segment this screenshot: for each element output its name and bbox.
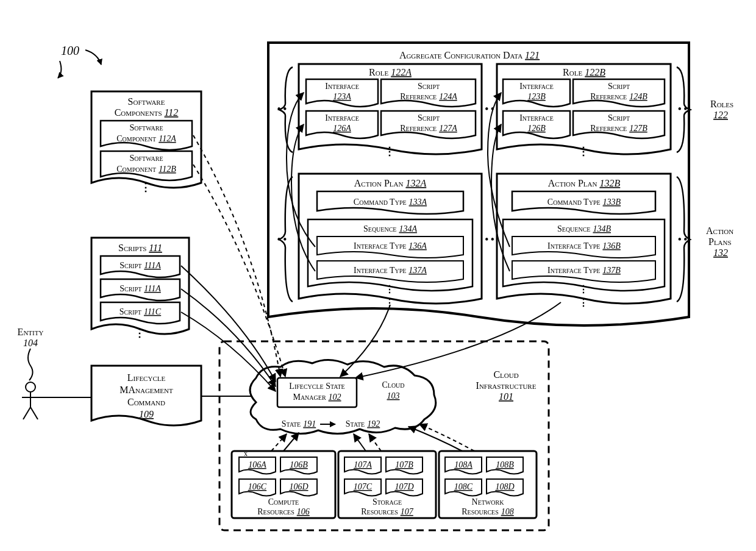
svg-text:Infrastructure: Infrastructure	[476, 380, 537, 391]
svg-text:Action: Action	[706, 226, 733, 236]
svg-text:Software: Software	[129, 123, 163, 132]
svg-text:Reference 127A: Reference 127A	[400, 123, 457, 133]
svg-text:100: 100	[61, 44, 79, 57]
svg-text:Component 112B: Component 112B	[116, 163, 176, 174]
svg-text:126B: 126B	[527, 124, 546, 133]
svg-text:Cloud: Cloud	[382, 380, 404, 389]
svg-text:Interface: Interface	[325, 113, 359, 123]
svg-text:106D: 106D	[289, 482, 308, 491]
svg-text:⋮: ⋮	[384, 145, 395, 157]
svg-text:126A: 126A	[333, 124, 351, 133]
svg-text:Reference 124B: Reference 124B	[590, 91, 647, 101]
svg-text:122: 122	[713, 110, 728, 120]
svg-text:Compute: Compute	[268, 497, 299, 507]
svg-text:Command: Command	[127, 397, 165, 407]
svg-text:⋮: ⋮	[140, 181, 151, 193]
svg-text:132: 132	[713, 247, 728, 258]
svg-text:MAnagement: MAnagement	[119, 385, 173, 395]
svg-text:Role  122B: Role 122B	[563, 67, 605, 77]
svg-text:Interface Type 137A: Interface Type 137A	[354, 265, 427, 275]
svg-text:Roles: Roles	[710, 99, 733, 109]
svg-text:106B: 106B	[290, 460, 308, 469]
action-plan-block: Action Plan 132A Command Type 133A Seque…	[299, 174, 482, 308]
svg-text:Script 111C: Script 111C	[119, 306, 162, 316]
svg-text:Script 111A: Script 111A	[119, 283, 161, 293]
svg-text:Lifecycle State: Lifecycle State	[289, 382, 344, 391]
svg-text:• •: • •	[277, 234, 287, 244]
svg-text:Plans: Plans	[708, 236, 732, 247]
svg-text:101: 101	[499, 391, 513, 402]
figure-number: 100	[58, 44, 101, 78]
entity-icon: Entity 104	[18, 327, 44, 419]
svg-text:123A: 123A	[333, 92, 351, 101]
svg-text:108C: 108C	[454, 482, 473, 491]
svg-text:Script 111A: Script 111A	[119, 260, 161, 270]
svg-text:⋮: ⋮	[579, 284, 588, 294]
compute-resources-box: 106A x 106B 106C 106D Compute Resources …	[232, 449, 335, 518]
svg-text:Software: Software	[128, 96, 165, 107]
svg-text:106C: 106C	[248, 482, 267, 491]
svg-text:Cloud: Cloud	[493, 369, 518, 380]
svg-text:108A: 108A	[454, 460, 472, 469]
svg-text:123B: 123B	[527, 92, 546, 101]
svg-text:108D: 108D	[495, 482, 514, 491]
svg-text:Interface Type 137B: Interface Type 137B	[547, 265, 621, 275]
svg-text:Components 112: Components 112	[115, 107, 179, 118]
svg-text:107D: 107D	[394, 482, 413, 491]
svg-text:Manager  102: Manager 102	[293, 391, 341, 402]
svg-text:Aggregate Configuration Data  : Aggregate Configuration Data 121	[399, 50, 540, 60]
svg-text:Interface: Interface	[325, 82, 359, 91]
svg-text:108B: 108B	[496, 460, 514, 469]
svg-text:Command Type 133A: Command Type 133A	[354, 196, 427, 207]
svg-text:Scripts 111: Scripts 111	[118, 243, 162, 253]
svg-text:Interface Type 136A: Interface Type 136A	[354, 240, 427, 251]
svg-text:Interface Type 136B: Interface Type 136B	[547, 240, 621, 251]
svg-text:107A: 107A	[354, 460, 372, 469]
svg-text:Component 112A: Component 112A	[116, 133, 176, 143]
svg-text:Network: Network	[472, 497, 505, 507]
svg-text:103: 103	[387, 391, 400, 400]
svg-text:x: x	[244, 449, 248, 458]
network-resources-box: 108A 108B 108C 108D Network Resources 10…	[439, 451, 537, 518]
svg-text:Reference 124A: Reference 124A	[400, 91, 457, 101]
svg-text:• •: • •	[277, 104, 287, 114]
role-block: Role 122A Interface 123A Script Referenc…	[299, 64, 482, 157]
svg-text:Command Type 133B: Command Type 133B	[547, 196, 621, 207]
svg-text:Action Plan  132A: Action Plan 132A	[354, 178, 427, 188]
svg-text:Resources 106: Resources 106	[257, 506, 309, 516]
svg-text:⋮: ⋮	[579, 297, 588, 308]
svg-text:Script: Script	[418, 113, 440, 123]
svg-text:Sequence 134A: Sequence 134A	[363, 223, 417, 233]
svg-text:Script: Script	[608, 82, 630, 91]
svg-text:Resources 108: Resources 108	[462, 506, 513, 516]
svg-text:Interface: Interface	[519, 113, 554, 123]
svg-text:106A: 106A	[248, 460, 266, 469]
svg-text:Script: Script	[418, 82, 440, 91]
action-plan-block: Action Plan 132B Command Type 133B Seque…	[497, 174, 671, 308]
svg-text:Software: Software	[129, 154, 163, 163]
software-components-doc: Software Components 112 Software Compone…	[91, 91, 201, 193]
svg-text:109: 109	[139, 409, 154, 419]
svg-line-7	[30, 407, 38, 419]
svg-text:Sequence 134B: Sequence 134B	[557, 223, 611, 233]
svg-text:Role  122A: Role 122A	[369, 67, 412, 77]
svg-text:Reference 127B: Reference 127B	[590, 123, 647, 133]
svg-text:107B: 107B	[395, 460, 413, 469]
scripts-doc: Scripts 111 Script 111A Script 111A Scri…	[91, 238, 189, 339]
svg-text:⋮: ⋮	[385, 284, 394, 294]
svg-line-6	[23, 407, 30, 419]
svg-text:Interface: Interface	[519, 82, 554, 91]
svg-text:Resources 107: Resources 107	[361, 506, 413, 516]
svg-text:104: 104	[23, 338, 38, 348]
aggregate-config-doc: Aggregate Configuration Data 121 Role 12…	[268, 43, 733, 325]
svg-text:⋮: ⋮	[578, 145, 589, 157]
svg-text:State 192: State 192	[346, 418, 380, 428]
svg-text:⋮: ⋮	[134, 327, 145, 339]
storage-resources-box: 107A 107B 107C 107D Storage Resources 10…	[338, 451, 436, 518]
svg-text:107C: 107C	[354, 482, 373, 491]
svg-text:Script: Script	[608, 113, 630, 123]
svg-point-3	[26, 382, 35, 392]
svg-text:Entity: Entity	[18, 327, 44, 337]
svg-text:Lifecycle: Lifecycle	[127, 372, 166, 383]
svg-text:Storage: Storage	[373, 497, 402, 507]
